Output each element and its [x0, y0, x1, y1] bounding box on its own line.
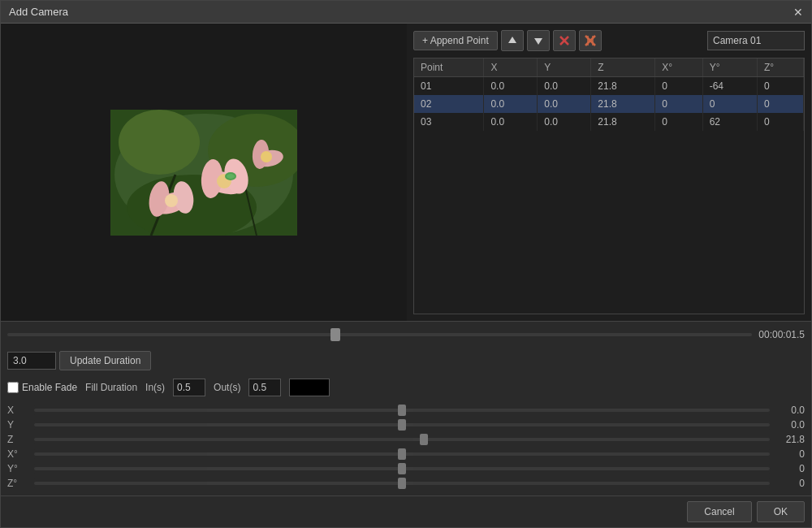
col-x: X — [484, 58, 538, 77]
enable-fade-label[interactable]: Enable Fade — [7, 382, 77, 393]
left-panel — [1, 24, 407, 321]
table-row[interactable]: 03 0.0 0.0 21.8 0 62 0 — [414, 113, 804, 131]
slider-row-ydeg: Y° 0 — [7, 463, 805, 474]
col-xdeg: X° — [655, 58, 702, 77]
fade-out-input[interactable] — [248, 379, 281, 396]
slider-input[interactable] — [34, 434, 770, 445]
slider-value: 0 — [776, 448, 805, 460]
slider-input[interactable] — [34, 405, 770, 416]
table-toolbar: + Append Point — [413, 30, 805, 51]
slider-input[interactable] — [34, 448, 770, 460]
svg-point-10 — [165, 194, 178, 207]
svg-point-16 — [227, 174, 235, 179]
append-point-button[interactable]: + Append Point — [413, 31, 498, 50]
slider-track-container[interactable] — [34, 448, 770, 460]
cell-y: 0.0 — [538, 95, 591, 113]
cell-y: 0.0 — [538, 113, 591, 131]
points-table: Point X Y Z X° Y° Z° 01 0.0 0.0 21.8 0 -… — [414, 58, 804, 131]
slider-value: 0.0 — [776, 405, 805, 416]
slider-row-y: Y 0.0 — [7, 419, 805, 431]
enable-fade-text: Enable Fade — [22, 382, 77, 393]
cell-xr: 0 — [655, 77, 702, 96]
cell-z: 21.8 — [591, 77, 655, 96]
ok-button[interactable]: OK — [757, 501, 805, 522]
col-ydeg: Y° — [702, 58, 757, 77]
cell-x: 0.0 — [484, 77, 538, 96]
delete-all-points-button[interactable] — [579, 30, 602, 51]
fade-in-input[interactable] — [173, 379, 205, 396]
slider-label: X — [7, 405, 28, 416]
table-row[interactable]: 02 0.0 0.0 21.8 0 0 0 — [414, 95, 804, 113]
cell-point: 03 — [414, 113, 484, 131]
slider-input[interactable] — [34, 463, 770, 474]
cell-zr: 0 — [757, 77, 803, 96]
cell-yr: 62 — [702, 113, 757, 131]
slider-input[interactable] — [34, 419, 770, 431]
bottom-section: 00:00:01.5 Update Duration Enable Fade F… — [1, 321, 811, 527]
slider-track-container[interactable] — [34, 419, 770, 431]
svg-marker-20 — [508, 37, 516, 43]
close-button[interactable]: ✕ — [793, 6, 803, 19]
cell-zr: 0 — [757, 95, 803, 113]
slider-row-z: Z 21.8 — [7, 434, 805, 445]
cell-z: 21.8 — [591, 95, 655, 113]
slider-label: Y° — [7, 463, 28, 474]
window-title: Add Camera — [9, 6, 68, 18]
delete-point-button[interactable] — [553, 30, 576, 51]
cell-xr: 0 — [655, 113, 702, 131]
svg-point-2 — [119, 110, 200, 175]
col-z: Z — [591, 58, 655, 77]
update-duration-button[interactable]: Update Duration — [59, 351, 151, 370]
slider-label: X° — [7, 448, 28, 460]
enable-fade-checkbox[interactable] — [7, 382, 19, 393]
slider-value: 0.0 — [776, 419, 805, 431]
cancel-button[interactable]: Cancel — [687, 501, 751, 522]
col-zdeg: Z° — [757, 58, 803, 77]
main-content: + Append Point — [1, 24, 811, 321]
cell-zr: 0 — [757, 113, 803, 131]
fade-row: Enable Fade Fill Duration In(s) Out(s) — [1, 375, 811, 401]
timeline-thumb[interactable] — [330, 328, 340, 341]
move-down-button[interactable] — [527, 30, 550, 51]
slider-row-xdeg: X° 0 — [7, 448, 805, 460]
title-bar: Add Camera ✕ — [1, 1, 811, 24]
slider-value: 0 — [776, 463, 805, 474]
move-up-button[interactable] — [501, 30, 524, 51]
right-panel: + Append Point — [407, 24, 811, 321]
timeline-slider-container[interactable] — [7, 327, 752, 343]
slider-label: Z° — [7, 478, 28, 489]
svg-marker-21 — [534, 38, 542, 45]
cell-yr: -64 — [702, 77, 757, 96]
duration-input[interactable] — [7, 352, 56, 370]
camera-name-input[interactable] — [707, 31, 805, 50]
cell-x: 0.0 — [484, 95, 538, 113]
col-point: Point — [414, 58, 484, 77]
camera-preview — [110, 110, 297, 236]
slider-track-container[interactable] — [34, 405, 770, 416]
add-camera-window: Add Camera ✕ — [0, 0, 812, 528]
in-label: In(s) — [145, 382, 165, 393]
cell-y: 0.0 — [538, 77, 591, 96]
svg-point-19 — [261, 151, 272, 162]
table-row[interactable]: 01 0.0 0.0 21.8 0 -64 0 — [414, 77, 804, 96]
table-header-row: Point X Y Z X° Y° Z° — [414, 58, 804, 77]
cell-xr: 0 — [655, 95, 702, 113]
slider-row-zdeg: Z° 0 — [7, 478, 805, 489]
cell-point: 02 — [414, 95, 484, 113]
slider-track-container[interactable] — [34, 434, 770, 445]
timeline-track — [7, 333, 752, 336]
cell-x: 0.0 — [484, 113, 538, 131]
slider-row-x: X 0.0 — [7, 405, 805, 416]
slider-track-container[interactable] — [34, 463, 770, 474]
col-y: Y — [538, 58, 591, 77]
slider-value: 21.8 — [776, 434, 805, 445]
fill-duration-label: Fill Duration — [85, 382, 137, 393]
slider-label: Z — [7, 434, 28, 445]
cell-yr: 0 — [702, 95, 757, 113]
slider-input[interactable] — [34, 478, 770, 489]
sliders-section: X 0.0 Y 0.0 Z 21.8 X° 0 Y° — [1, 401, 811, 496]
color-swatch[interactable] — [289, 379, 330, 396]
out-label: Out(s) — [214, 382, 240, 393]
points-table-container: Point X Y Z X° Y° Z° 01 0.0 0.0 21.8 0 -… — [413, 58, 805, 314]
slider-track-container[interactable] — [34, 478, 770, 489]
